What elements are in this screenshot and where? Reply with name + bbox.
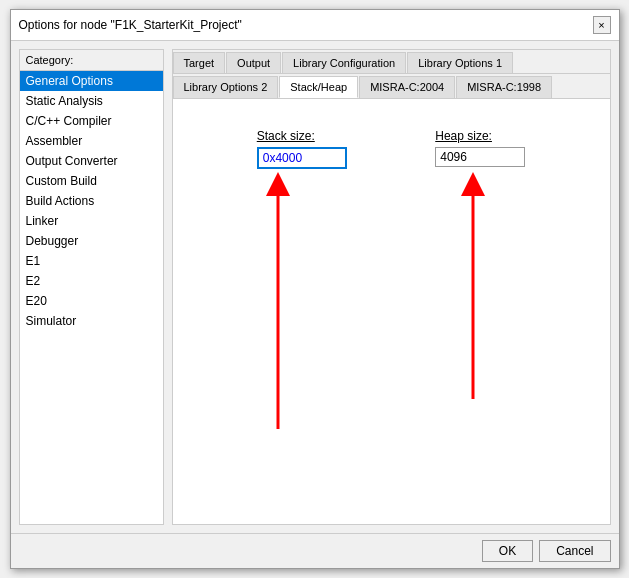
sidebar-item-custom-build[interactable]: Custom Build	[20, 171, 163, 191]
tabs-row-1: Target Output Library Configuration Libr…	[173, 50, 610, 74]
tabs-row-2: Library Options 2 Stack/Heap MISRA-C:200…	[173, 74, 610, 99]
heap-field-group: Heap size:	[435, 129, 525, 167]
tab-misra-2004[interactable]: MISRA-C:2004	[359, 76, 455, 98]
sidebar-item-e1[interactable]: E1	[20, 251, 163, 271]
stack-field-group: Stack size:	[257, 129, 347, 169]
sidebar-item-e20[interactable]: E20	[20, 291, 163, 311]
sidebar-item-simulator[interactable]: Simulator	[20, 311, 163, 331]
title-bar: Options for node "F1K_StarterKit_Project…	[11, 10, 619, 41]
sidebar-item-linker[interactable]: Linker	[20, 211, 163, 231]
dialog-body: Category: General Options Static Analysi…	[11, 41, 619, 533]
sidebar-item-debugger[interactable]: Debugger	[20, 231, 163, 251]
sidebar-item-assembler[interactable]: Assembler	[20, 131, 163, 151]
tab-stack-heap[interactable]: Stack/Heap	[279, 76, 358, 98]
sidebar-item-general-options[interactable]: General Options	[20, 71, 163, 91]
close-icon: ×	[598, 19, 604, 31]
sidebar-item-static-analysis[interactable]: Static Analysis	[20, 91, 163, 111]
tab-target[interactable]: Target	[173, 52, 226, 73]
tab-library-options-2[interactable]: Library Options 2	[173, 76, 279, 98]
dialog-title: Options for node "F1K_StarterKit_Project…	[19, 18, 242, 32]
content-area: Target Output Library Configuration Libr…	[172, 49, 611, 525]
ok-button[interactable]: OK	[482, 540, 533, 562]
heap-input[interactable]	[435, 147, 525, 167]
annotation-arrows	[173, 99, 610, 524]
dialog: Options for node "F1K_StarterKit_Project…	[10, 9, 620, 569]
tab-library-options-1[interactable]: Library Options 1	[407, 52, 513, 73]
dialog-footer: OK Cancel	[11, 533, 619, 568]
heap-label: Heap size:	[435, 129, 492, 143]
sidebar-item-build-actions[interactable]: Build Actions	[20, 191, 163, 211]
close-button[interactable]: ×	[593, 16, 611, 34]
stack-label: Stack size:	[257, 129, 315, 143]
sidebar: Category: General Options Static Analysi…	[19, 49, 164, 525]
tab-library-configuration[interactable]: Library Configuration	[282, 52, 406, 73]
cancel-button[interactable]: Cancel	[539, 540, 610, 562]
tab-misra-1998[interactable]: MISRA-C:1998	[456, 76, 552, 98]
tab-output[interactable]: Output	[226, 52, 281, 73]
stack-input[interactable]	[257, 147, 347, 169]
sidebar-item-e2[interactable]: E2	[20, 271, 163, 291]
sidebar-item-cpp-compiler[interactable]: C/C++ Compiler	[20, 111, 163, 131]
category-label: Category:	[20, 50, 163, 71]
sidebar-item-output-converter[interactable]: Output Converter	[20, 151, 163, 171]
tab-content: Stack size: Heap size:	[173, 99, 610, 524]
